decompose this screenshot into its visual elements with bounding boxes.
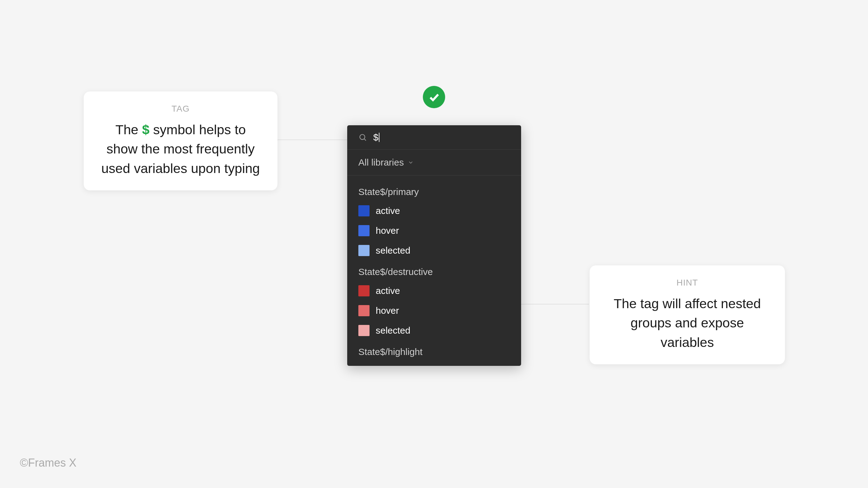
result-label: active (376, 206, 400, 216)
tag-tooltip-text: The $ symbol helps to show the most freq… (99, 120, 262, 178)
chevron-down-icon (408, 159, 414, 165)
color-swatch (359, 245, 370, 256)
libraries-dropdown[interactable]: All libraries (347, 150, 521, 176)
variable-search-panel: $ All libraries State$/primary active ho… (347, 125, 521, 366)
footer-credit: ©Frames X (20, 456, 76, 469)
result-label: hover (376, 225, 399, 236)
result-item[interactable]: hover (347, 301, 521, 321)
tag-tooltip-card: TAG The $ symbol helps to show the most … (84, 91, 277, 190)
results-list: State$/primary active hover selected Sta… (347, 176, 521, 366)
group-header-highlight: State$/highlight (347, 340, 521, 361)
search-icon (359, 133, 367, 142)
search-bar: $ (347, 125, 521, 150)
result-label: active (376, 285, 400, 296)
search-input[interactable]: $ (373, 132, 510, 143)
tag-text-before: The (115, 122, 142, 137)
group-header-primary: State$/primary (347, 180, 521, 201)
tag-tooltip-label: TAG (99, 104, 262, 114)
dollar-sign-highlight: $ (142, 122, 149, 137)
result-item[interactable]: selected (347, 321, 521, 340)
result-label: selected (376, 245, 410, 256)
result-label: selected (376, 325, 410, 336)
color-swatch (359, 325, 370, 336)
color-swatch (359, 305, 370, 316)
libraries-label: All libraries (359, 157, 404, 168)
result-item[interactable]: selected (347, 241, 521, 261)
group-header-destructive: State$/destructive (347, 261, 521, 281)
hint-tooltip-label: HINT (604, 278, 770, 288)
connector-line-right (521, 304, 589, 304)
color-swatch (359, 205, 370, 216)
color-swatch (359, 225, 370, 236)
result-item[interactable]: hover (347, 221, 521, 241)
hint-tooltip-card: HINT The tag will affect nested groups a… (590, 265, 785, 364)
result-item[interactable]: active (347, 201, 521, 221)
hint-tooltip-text: The tag will affect nested groups and ex… (604, 294, 770, 352)
search-query-text: $ (373, 132, 378, 143)
result-item[interactable]: active (347, 281, 521, 301)
result-label: hover (376, 305, 399, 316)
success-check-icon (423, 86, 445, 108)
svg-line-1 (364, 139, 366, 141)
connector-line-left (276, 140, 347, 140)
svg-point-0 (360, 134, 365, 140)
color-swatch (359, 285, 370, 296)
text-cursor (379, 133, 379, 142)
